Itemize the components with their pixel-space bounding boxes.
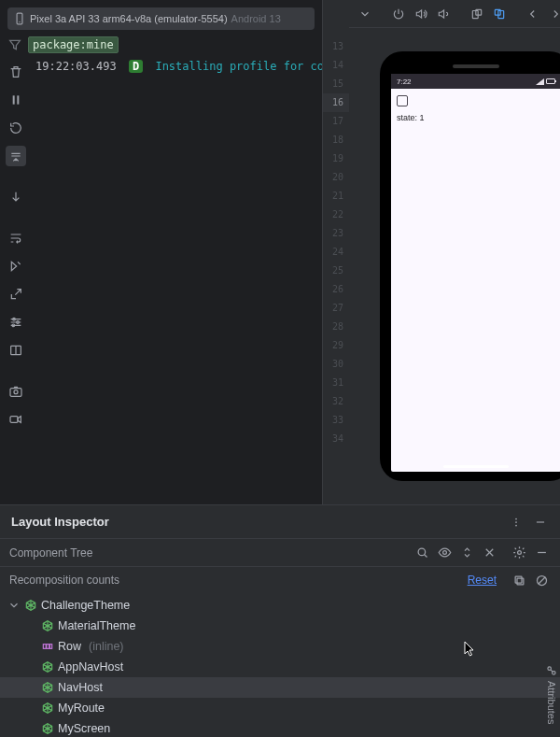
tree-node-label: MyRoute: [58, 702, 105, 715]
tree-node[interactable]: MyScreen: [0, 718, 560, 737]
emulator-toolbar: [349, 0, 560, 28]
copy-icon[interactable]: [510, 571, 528, 589]
checkbox[interactable]: [397, 95, 408, 106]
rotate-left-icon[interactable]: [469, 6, 485, 22]
battery-icon: [546, 78, 555, 84]
open-icon[interactable]: [6, 284, 26, 305]
svg-point-20: [515, 524, 517, 526]
tree-node[interactable]: MyRoute: [0, 698, 560, 718]
svg-rect-30: [515, 576, 522, 583]
line-number: 27: [323, 299, 349, 318]
search-icon[interactable]: [413, 544, 431, 562]
rotate-right-icon[interactable]: [491, 6, 508, 22]
tree-node-label: Row: [58, 640, 81, 653]
line-number: 18: [323, 131, 349, 149]
line-number: 33: [323, 411, 349, 430]
line-number: 15: [323, 75, 349, 93]
svg-rect-35: [49, 645, 51, 649]
component-tree[interactable]: ChallengeThemeMaterialThemeRow(inline)Ap…: [0, 593, 560, 737]
line-number: 23: [323, 224, 349, 243]
restart-icon[interactable]: [6, 118, 26, 138]
block-icon[interactable]: [532, 571, 551, 589]
line-number: 28: [323, 318, 349, 336]
device-icon: [13, 12, 26, 25]
back-icon[interactable]: [525, 6, 541, 22]
close-icon[interactable]: [480, 544, 498, 562]
tree-node-label: NavHost: [58, 681, 103, 694]
svg-rect-11: [10, 417, 18, 423]
tree-node-label: MyScreen: [58, 722, 110, 735]
filter-input[interactable]: package:mine: [28, 36, 119, 53]
line-number: 29: [323, 336, 349, 355]
line-number: 20: [323, 168, 349, 187]
gear-icon[interactable]: [510, 544, 528, 562]
log-msg: Installing profile for com: [155, 60, 322, 73]
minimize-icon[interactable]: [532, 514, 549, 531]
line-number: 25: [323, 262, 349, 280]
line-number: 30: [323, 355, 349, 374]
svg-point-18: [515, 517, 517, 519]
attributes-tab[interactable]: Attributes: [545, 664, 558, 724]
line-number: 16: [323, 93, 349, 112]
line-number: 19: [323, 149, 349, 168]
svg-rect-33: [43, 645, 46, 649]
chevron-down-icon[interactable]: [357, 6, 373, 22]
scroll-end-icon[interactable]: [6, 146, 26, 166]
line-number: 17: [323, 112, 349, 131]
tree-node-label: AppNavHost: [58, 660, 123, 673]
log-line: 19:22:03.493 D Installing profile for co…: [32, 58, 322, 504]
settings-sliders-icon[interactable]: [6, 312, 26, 333]
home-indicator: [443, 465, 509, 468]
filter-icon[interactable]: [7, 37, 22, 52]
svg-rect-9: [10, 389, 21, 397]
svg-point-27: [517, 551, 521, 555]
tree-node[interactable]: MaterialTheme: [0, 616, 560, 636]
export-icon[interactable]: [6, 256, 26, 276]
eye-icon[interactable]: [435, 544, 454, 562]
state-label: state: 1: [397, 113, 425, 122]
device-name: Pixel 3a API 33 arm64-v8a (emulator-5554…: [30, 13, 228, 24]
app-topbar: [391, 89, 560, 113]
svg-point-19: [515, 521, 517, 523]
emulator-device[interactable]: 7:22 state: 1: [380, 51, 560, 481]
volume-up-icon[interactable]: [413, 6, 429, 22]
split-icon[interactable]: [6, 340, 26, 361]
svg-point-24: [442, 551, 446, 555]
record-icon[interactable]: [6, 409, 26, 430]
signal-icon: [536, 78, 544, 85]
log-toolbar: [0, 58, 32, 504]
wrap-icon[interactable]: [6, 228, 26, 248]
reset-link[interactable]: Reset: [468, 574, 497, 587]
svg-line-32: [538, 576, 545, 584]
panel-title: Layout Inspector: [11, 515, 109, 529]
tree-node[interactable]: ChallengeTheme: [0, 595, 560, 616]
line-number: 26: [323, 280, 349, 299]
tree-node[interactable]: AppNavHost: [0, 657, 560, 677]
volume-down-icon[interactable]: [435, 6, 452, 22]
line-number: 14: [323, 56, 349, 75]
android-statusbar: 7:22: [391, 74, 560, 89]
recomp-label: Recomposition counts: [9, 574, 119, 587]
svg-line-38: [551, 670, 553, 672]
line-number: 13: [323, 37, 349, 56]
power-icon[interactable]: [390, 6, 407, 22]
tree-node[interactable]: Row(inline): [0, 636, 560, 657]
line-number: 32: [323, 392, 349, 411]
svg-point-10: [14, 390, 18, 394]
trash-icon[interactable]: [6, 62, 26, 82]
more-icon[interactable]: [508, 514, 525, 531]
tree-node-label: MaterialTheme: [58, 619, 135, 632]
screenshot-icon[interactable]: [6, 381, 26, 402]
forward-icon[interactable]: [547, 6, 560, 22]
pause-icon[interactable]: [6, 90, 26, 110]
component-tree-label: Component Tree: [9, 546, 92, 560]
emulator-screen[interactable]: 7:22 state: 1: [391, 74, 560, 472]
line-number: 31: [323, 374, 349, 392]
expand-icon[interactable]: [457, 544, 476, 562]
svg-line-23: [424, 555, 427, 558]
device-chip[interactable]: Pixel 3a API 33 arm64-v8a (emulator-5554…: [7, 7, 315, 30]
line-number: 24: [323, 243, 349, 262]
tree-node[interactable]: NavHost: [0, 677, 560, 698]
minimize-sub-icon[interactable]: [532, 544, 551, 562]
down-icon[interactable]: [6, 187, 26, 207]
